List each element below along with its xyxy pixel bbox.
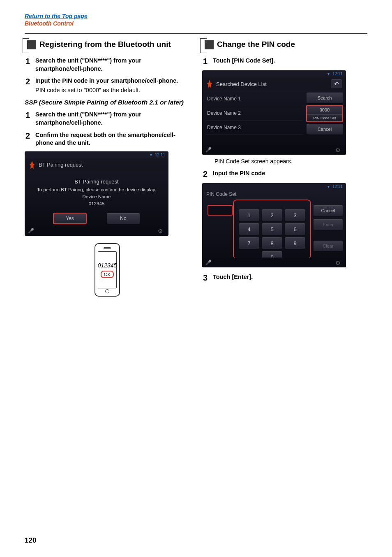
back-button[interactable]: ↶ — [331, 79, 342, 88]
numeric-keypad: 1 2 3 4 5 6 7 8 9 0 — [239, 209, 305, 263]
cancel-button[interactable]: Cancel — [314, 205, 343, 216]
dialog-code: 012345 — [29, 200, 164, 207]
screen-title: Searched Device List — [216, 81, 331, 87]
step-number: 3 — [202, 273, 213, 283]
key-6[interactable]: 6 — [285, 223, 305, 235]
phone-ok-button[interactable]: OK — [101, 271, 113, 278]
wifi-icon: ▾ — [327, 72, 330, 76]
status-bar: ▾ 12:11 — [327, 184, 343, 189]
mic-icon[interactable] — [28, 228, 35, 234]
section-marker-icon — [25, 40, 35, 51]
key-7[interactable]: 7 — [239, 237, 259, 249]
dialog-device-name: Device Name — [29, 193, 164, 200]
cancel-button[interactable]: Cancel — [307, 124, 343, 135]
status-time: 12:11 — [332, 184, 343, 189]
gear-icon[interactable] — [335, 260, 343, 265]
mic-icon[interactable] — [205, 260, 213, 265]
step-2-note: PIN code is set to "0000" as the default… — [35, 86, 190, 95]
list-item[interactable]: Device Name 3 — [205, 121, 303, 135]
ssp-step-2-text: Confirm the request both on the smartpho… — [35, 131, 190, 147]
r-step-3-text: Touch [Enter]. — [213, 273, 367, 281]
status-time: 12:11 — [332, 72, 343, 76]
step-number: 2 — [25, 131, 35, 147]
screen-title: BT Pairing request — [39, 162, 164, 168]
pin-value-button[interactable]: 0000 — [307, 105, 343, 114]
step-number: 2 — [202, 169, 213, 179]
key-5[interactable]: 5 — [262, 223, 282, 235]
phone-code: 012345 — [98, 262, 117, 269]
clear-button[interactable]: Clear — [314, 241, 343, 251]
key-2[interactable]: 2 — [262, 209, 282, 221]
return-top-link[interactable]: Return to the Top page — [25, 13, 88, 19]
key-9[interactable]: 9 — [285, 237, 305, 249]
step-number: 1 — [25, 111, 35, 127]
screen-title: PIN Code Set — [202, 189, 346, 198]
step-number: 1 — [25, 57, 35, 73]
flame-icon — [29, 161, 35, 169]
page-number: 120 — [25, 536, 36, 545]
ssp-step-1-text: Search the unit ("DNN****") from your sm… — [35, 111, 190, 127]
enter-button[interactable]: Enter — [314, 219, 343, 230]
gear-icon[interactable] — [335, 147, 343, 153]
header-divider — [25, 33, 367, 34]
right-column: Change the PIN code 1 Touch [PIN Code Se… — [202, 39, 367, 301]
section-title-registering: Registering from the Bluetooth unit — [39, 39, 171, 50]
step-2-text: Input the PIN code in your smartphone/ce… — [35, 77, 190, 85]
status-bar: ▾ 12:11 — [150, 153, 165, 157]
yes-button[interactable]: Yes — [53, 213, 86, 224]
ssp-subsection-title: SSP (Secure Simple Pairing of Bluetooth … — [25, 98, 190, 107]
search-button[interactable]: Search — [307, 93, 343, 103]
section-title-pin: Change the PIN code — [217, 39, 295, 50]
no-button[interactable]: No — [107, 213, 140, 224]
key-4[interactable]: 4 — [239, 223, 259, 235]
caption-pin-appears: PIN Code Set screen appears. — [214, 158, 367, 165]
list-item[interactable]: Device Name 1 — [205, 92, 303, 106]
key-8[interactable]: 8 — [262, 237, 282, 249]
pin-code-set-screenshot: ▾ 12:11 PIN Code Set 1 2 3 4 5 6 7 8 — [202, 183, 346, 267]
phone-home-icon — [105, 289, 109, 293]
status-bar: ▾ 12:11 — [327, 72, 343, 76]
wifi-icon: ▾ — [327, 184, 330, 189]
flame-icon — [206, 80, 213, 88]
dialog-title: BT Pairing request — [29, 179, 164, 185]
section-marker-icon — [202, 40, 213, 51]
mic-icon[interactable] — [205, 147, 213, 153]
r-step-2-text: Input the PIN code — [213, 169, 367, 178]
list-item[interactable]: Device Name 2 — [205, 106, 303, 121]
pin-code-set-button[interactable]: PIN Code Set — [307, 114, 343, 122]
phone-speaker-icon — [104, 247, 111, 249]
step-1-text: Search the unit ("DNN****") from your sm… — [35, 57, 190, 73]
key-1[interactable]: 1 — [239, 209, 259, 221]
wifi-icon: ▾ — [150, 153, 152, 157]
step-number: 2 — [25, 77, 35, 94]
left-column: Registering from the Bluetooth unit 1 Se… — [25, 39, 190, 301]
key-3[interactable]: 3 — [285, 209, 305, 221]
device-list: Device Name 1 Device Name 2 Device Name … — [205, 92, 307, 142]
r-step-1-text: Touch [PIN Code Set]. — [213, 57, 367, 65]
step-number: 1 — [202, 57, 213, 66]
pin-input-field[interactable] — [208, 205, 232, 215]
gear-icon[interactable] — [158, 228, 165, 234]
phone-illustration: 012345 OK — [89, 243, 126, 301]
bt-pairing-screenshot: ▾ 12:11 BT Pairing request BT Pairing re… — [25, 151, 168, 236]
searched-device-screenshot: ▾ 12:11 Searched Device List ↶ Device Na… — [202, 70, 346, 155]
status-time: 12:11 — [155, 153, 165, 157]
breadcrumb-bluetooth: Bluetooth Control — [25, 20, 74, 27]
header-links: Return to the Top page Bluetooth Control — [25, 12, 367, 27]
dialog-text-1: To perform BT Pairing, please confirm th… — [29, 186, 164, 193]
